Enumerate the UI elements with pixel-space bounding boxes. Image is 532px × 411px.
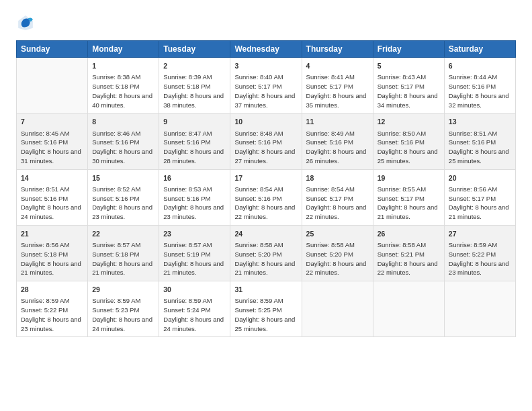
week-row-2: 14Sunrise: 8:51 AMSunset: 5:16 PMDayligh… [17,169,516,225]
daylight-text: Daylight: 8 hours and 23 minutes. [163,203,224,220]
day-number: 27 [449,229,511,239]
daylight-text: Daylight: 8 hours and 23 minutes. [449,260,509,277]
daylight-text: Daylight: 8 hours and 22 minutes. [306,260,367,277]
sunrise-text: Sunrise: 8:54 AM [306,185,355,193]
day-number: 12 [378,117,440,127]
weekday-header-monday: Monday [88,41,159,58]
day-cell [302,281,373,337]
daylight-text: Daylight: 8 hours and 38 minutes. [163,92,224,109]
sunrise-text: Sunrise: 8:54 AM [234,185,283,193]
day-cell: 16Sunrise: 8:53 AMSunset: 5:16 PMDayligh… [159,169,230,225]
sunset-text: Sunset: 5:16 PM [92,195,139,202]
day-number: 14 [21,173,83,183]
daylight-text: Daylight: 8 hours and 26 minutes. [306,148,367,165]
daylight-text: Daylight: 8 hours and 25 minutes. [378,148,438,165]
daylight-text: Daylight: 8 hours and 21 minutes. [378,203,438,220]
sunrise-text: Sunrise: 8:59 AM [449,241,497,248]
day-cell: 7Sunrise: 8:45 AMSunset: 5:16 PMDaylight… [17,113,88,169]
weekday-header-wednesday: Wednesday [230,41,302,58]
calendar-header: SundayMondayTuesdayWednesdayThursdayFrid… [17,41,516,58]
sunset-text: Sunset: 5:17 PM [378,83,425,90]
daylight-text: Daylight: 8 hours and 31 minutes. [21,148,81,165]
day-number: 22 [92,229,154,239]
weekday-header-tuesday: Tuesday [159,41,230,58]
day-cell: 4Sunrise: 8:41 AMSunset: 5:17 PMDaylight… [302,58,373,113]
sunrise-text: Sunrise: 8:59 AM [234,297,283,304]
day-number: 24 [234,229,297,239]
day-cell: 20Sunrise: 8:56 AMSunset: 5:17 PMDayligh… [444,169,515,225]
sunrise-text: Sunrise: 8:38 AM [92,73,140,81]
day-cell: 24Sunrise: 8:58 AMSunset: 5:20 PMDayligh… [230,225,302,281]
day-number: 23 [163,229,226,239]
daylight-text: Daylight: 8 hours and 28 minutes. [163,148,224,165]
day-cell: 5Sunrise: 8:43 AMSunset: 5:17 PMDaylight… [373,58,444,113]
sunset-text: Sunset: 5:16 PM [449,83,496,90]
sunset-text: Sunset: 5:16 PM [92,138,139,146]
week-row-3: 21Sunrise: 8:56 AMSunset: 5:18 PMDayligh… [17,225,516,281]
daylight-text: Daylight: 8 hours and 32 minutes. [449,92,509,109]
day-cell: 27Sunrise: 8:59 AMSunset: 5:22 PMDayligh… [444,225,515,281]
day-number: 5 [378,61,440,71]
daylight-text: Daylight: 8 hours and 22 minutes. [378,260,438,277]
calendar-table: SundayMondayTuesdayWednesdayThursdayFrid… [16,40,516,337]
sunset-text: Sunset: 5:16 PM [234,195,281,202]
day-cell: 15Sunrise: 8:52 AMSunset: 5:16 PMDayligh… [88,169,159,225]
day-number: 10 [234,117,297,127]
sunset-text: Sunset: 5:16 PM [234,138,281,146]
sunrise-text: Sunrise: 8:56 AM [449,185,497,193]
sunrise-text: Sunrise: 8:51 AM [21,185,69,193]
day-number: 1 [92,61,154,71]
sunrise-text: Sunrise: 8:59 AM [163,297,212,304]
sunset-text: Sunset: 5:16 PM [21,195,68,202]
day-number: 2 [163,61,226,71]
sunrise-text: Sunrise: 8:41 AM [306,73,355,81]
header [16,13,516,32]
sunset-text: Sunset: 5:20 PM [306,250,353,258]
day-cell: 21Sunrise: 8:56 AMSunset: 5:18 PMDayligh… [17,225,88,281]
daylight-text: Daylight: 8 hours and 22 minutes. [306,203,367,220]
day-cell: 6Sunrise: 8:44 AMSunset: 5:16 PMDaylight… [444,58,515,113]
sunset-text: Sunset: 5:17 PM [306,83,353,90]
daylight-text: Daylight: 8 hours and 21 minutes. [234,260,295,277]
day-cell: 3Sunrise: 8:40 AMSunset: 5:17 PMDaylight… [230,58,302,113]
sunset-text: Sunset: 5:24 PM [163,306,210,314]
sunset-text: Sunset: 5:16 PM [163,138,210,146]
day-cell: 9Sunrise: 8:47 AMSunset: 5:16 PMDaylight… [159,113,230,169]
sunset-text: Sunset: 5:16 PM [21,138,68,146]
day-cell [444,281,515,337]
daylight-text: Daylight: 8 hours and 23 minutes. [21,316,81,332]
day-cell: 1Sunrise: 8:38 AMSunset: 5:18 PMDaylight… [88,58,159,113]
day-number: 21 [21,229,83,239]
day-number: 29 [92,285,154,295]
sunset-text: Sunset: 5:25 PM [234,306,281,314]
sunrise-text: Sunrise: 8:45 AM [21,130,69,137]
sunset-text: Sunset: 5:17 PM [449,195,496,202]
sunrise-text: Sunrise: 8:51 AM [449,130,497,137]
daylight-text: Daylight: 8 hours and 27 minutes. [234,148,295,165]
weekday-header-thursday: Thursday [302,41,373,58]
day-number: 18 [306,173,369,183]
day-number: 17 [234,173,297,183]
sunrise-text: Sunrise: 8:59 AM [92,297,140,304]
day-cell: 18Sunrise: 8:54 AMSunset: 5:17 PMDayligh… [302,169,373,225]
sunrise-text: Sunrise: 8:58 AM [234,241,283,248]
sunrise-text: Sunrise: 8:39 AM [163,73,212,81]
day-number: 20 [449,173,511,183]
day-cell: 28Sunrise: 8:59 AMSunset: 5:22 PMDayligh… [17,281,88,337]
sunrise-text: Sunrise: 8:46 AM [92,130,140,137]
day-number: 25 [306,229,369,239]
sunset-text: Sunset: 5:23 PM [92,306,139,314]
sunrise-text: Sunrise: 8:57 AM [163,241,212,248]
day-cell [17,58,88,113]
day-cell: 12Sunrise: 8:50 AMSunset: 5:16 PMDayligh… [373,113,444,169]
day-cell: 23Sunrise: 8:57 AMSunset: 5:19 PMDayligh… [159,225,230,281]
sunset-text: Sunset: 5:17 PM [306,195,353,202]
sunset-text: Sunset: 5:16 PM [306,138,353,146]
daylight-text: Daylight: 8 hours and 34 minutes. [378,92,438,109]
day-cell: 22Sunrise: 8:57 AMSunset: 5:18 PMDayligh… [88,225,159,281]
weekday-header-sunday: Sunday [17,41,88,58]
day-cell: 11Sunrise: 8:49 AMSunset: 5:16 PMDayligh… [302,113,373,169]
logo [16,13,38,32]
sunset-text: Sunset: 5:18 PM [21,250,68,258]
daylight-text: Daylight: 8 hours and 23 minutes. [92,203,152,220]
